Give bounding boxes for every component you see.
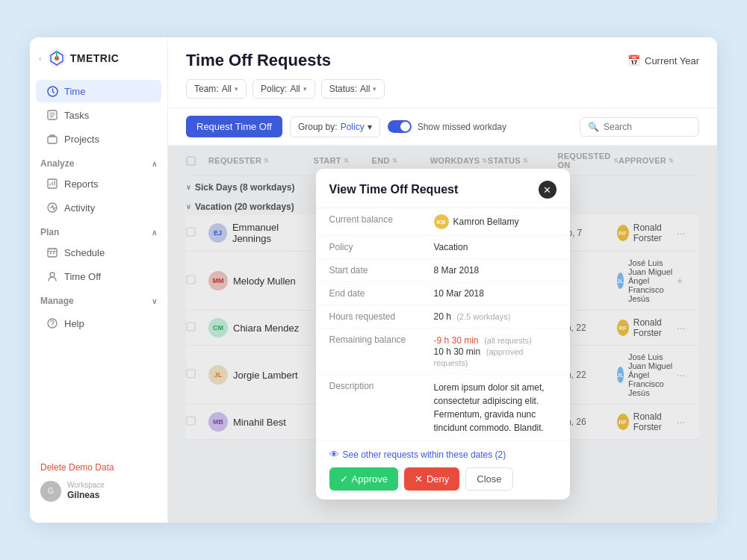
approve-check-icon: ✓ [340, 473, 348, 485]
remaining-value: -9 h 30 min (all requests) 10 h 30 min (… [434, 335, 557, 368]
title-row: Time Off Requests 📅 Current Year [186, 51, 699, 70]
team-filter[interactable]: Team: All ▾ [186, 79, 247, 99]
deny-button[interactable]: ✕ Deny [404, 467, 459, 491]
reports-icon [46, 178, 58, 190]
deny-x-icon: ✕ [415, 473, 423, 485]
request-timeoff-button[interactable]: Request Time Off [186, 116, 282, 137]
logo-text: TMETRIC [70, 52, 120, 64]
modal-footer: 👁 See other requests within these dates … [316, 441, 570, 500]
hours-label: Hours requested [329, 311, 434, 322]
team-filter-value: All [222, 84, 232, 94]
manage-chevron[interactable]: ∨ [152, 297, 157, 305]
policy-chevron-icon: ▾ [303, 85, 307, 93]
sidebar: ‹ TMETRIC Time [30, 37, 168, 523]
workspace-name: Gilneas [67, 490, 105, 502]
status-filter-value: All [360, 84, 370, 94]
back-icon[interactable]: ‹ [39, 54, 42, 63]
sidebar-item-schedule[interactable]: Schedule [36, 241, 161, 264]
toggle-knob [400, 122, 410, 131]
group-by-label: Group by: [298, 122, 338, 132]
page-title: Time Off Requests [186, 51, 331, 70]
show-missed-toggle[interactable] [388, 120, 412, 133]
sidebar-item-projects-label: Projects [64, 134, 99, 145]
projects-icon [46, 133, 58, 145]
schedule-icon [46, 246, 58, 258]
modal-overlay[interactable]: View Time Off Request ✕ Current balance … [168, 146, 717, 523]
sidebar-item-tasks-label: Tasks [64, 110, 89, 121]
team-chevron-icon: ▾ [235, 85, 238, 93]
status-filter[interactable]: Status: All ▾ [321, 79, 385, 99]
sidebar-item-projects[interactable]: Projects [36, 128, 161, 150]
sidebar-item-timeoff[interactable]: Time Off [36, 265, 161, 287]
show-missed-toggle-wrap: Show missed workday [388, 120, 506, 133]
workspace-row: G Workspace Gilneas [40, 480, 157, 502]
current-year-label: Current Year [645, 55, 699, 66]
modal-title: View Time Off Request [329, 183, 459, 196]
policy-label: Policy [329, 242, 434, 252]
sidebar-item-timeoff-label: Time Off [64, 271, 101, 282]
show-missed-label: Show missed workday [418, 122, 506, 132]
svg-point-10 [50, 273, 55, 277]
svg-point-11 [48, 319, 57, 328]
current-year-button[interactable]: 📅 Current Year [627, 55, 699, 66]
sidebar-item-reports[interactable]: Reports [36, 172, 161, 195]
modal-field-hours: Hours requested 20 h (2.5 workdays) [316, 305, 570, 329]
search-wrap: 🔍 [580, 117, 699, 137]
see-other-requests-link[interactable]: 👁 See other requests within these dates … [329, 449, 557, 460]
end-date-label: End date [329, 288, 434, 299]
svg-point-12 [52, 326, 52, 326]
policy-value: Vacation [434, 242, 557, 252]
balance-label: Current balance [329, 214, 434, 225]
see-other-label: See other requests within these dates (2… [343, 449, 506, 460]
modal-field-policy: Policy Vacation [316, 236, 570, 259]
modal-close-button[interactable]: ✕ [539, 181, 557, 199]
sidebar-item-help[interactable]: Help [36, 312, 161, 335]
start-date-value: 8 Mar 2018 [434, 265, 557, 276]
svg-rect-4 [48, 137, 57, 143]
policy-filter[interactable]: Policy: All ▾ [252, 79, 315, 99]
search-input[interactable] [604, 122, 691, 132]
svg-rect-8 [50, 252, 52, 254]
delete-demo-link[interactable]: Delete Demo Data [40, 462, 157, 473]
modal-body: Current balance KB Kamron Bellamy Policy… [316, 208, 570, 441]
policy-filter-label: Policy: [261, 84, 287, 94]
sidebar-item-time-label: Time [64, 86, 85, 97]
svg-rect-7 [48, 249, 57, 257]
sidebar-item-tasks[interactable]: Tasks [36, 104, 161, 126]
manage-section-header: Manage ∨ [30, 288, 167, 309]
sidebar-item-reports-label: Reports [64, 178, 99, 190]
calendar-icon: 📅 [627, 55, 640, 66]
tasks-icon [46, 109, 58, 121]
eye-icon: 👁 [329, 449, 339, 460]
sidebar-header: ‹ TMETRIC [30, 49, 167, 79]
timeoff-icon [46, 270, 58, 282]
modal-field-start-date: Start date 8 Mar 2018 [316, 259, 570, 282]
approve-button[interactable]: ✓ Approve [329, 467, 398, 491]
policy-filter-value: All [290, 84, 300, 94]
analyze-chevron[interactable]: ∧ [152, 160, 157, 168]
status-chevron-icon: ▾ [373, 85, 376, 93]
modal-field-end-date: End date 10 Mar 2018 [316, 282, 570, 305]
sidebar-item-schedule-label: Schedule [64, 247, 105, 258]
main-content: Time Off Requests 📅 Current Year Team: A… [168, 37, 717, 523]
group-by-value: Policy [341, 122, 365, 132]
status-filter-label: Status: [329, 84, 357, 94]
filter-row: Team: All ▾ Policy: All ▾ Status: All ▾ [186, 79, 699, 99]
end-date-value: 10 Mar 2018 [434, 288, 557, 299]
workspace-label: Workspace [67, 480, 105, 490]
analyze-section-header: Analyze ∧ [30, 151, 167, 172]
hours-value: 20 h (2.5 workdays) [434, 311, 557, 322]
time-icon [46, 85, 58, 97]
group-by-button[interactable]: Group by: Policy ▾ [290, 116, 380, 137]
modal-field-description: Description Lorem ipsum dolor sit amet, … [316, 375, 570, 441]
plan-chevron[interactable]: ∧ [152, 228, 157, 237]
main-header: Time Off Requests 📅 Current Year Team: A… [168, 37, 717, 108]
logo-icon [48, 49, 66, 67]
svg-rect-9 [53, 252, 55, 254]
sidebar-item-activity[interactable]: Activity [36, 196, 161, 219]
sidebar-item-time[interactable]: Time [36, 80, 161, 102]
remaining-value-2: 10 h 30 min [434, 346, 481, 357]
close-button[interactable]: Close [465, 467, 512, 491]
modal-header: View Time Off Request ✕ [316, 169, 570, 208]
description-label: Description [329, 381, 434, 391]
